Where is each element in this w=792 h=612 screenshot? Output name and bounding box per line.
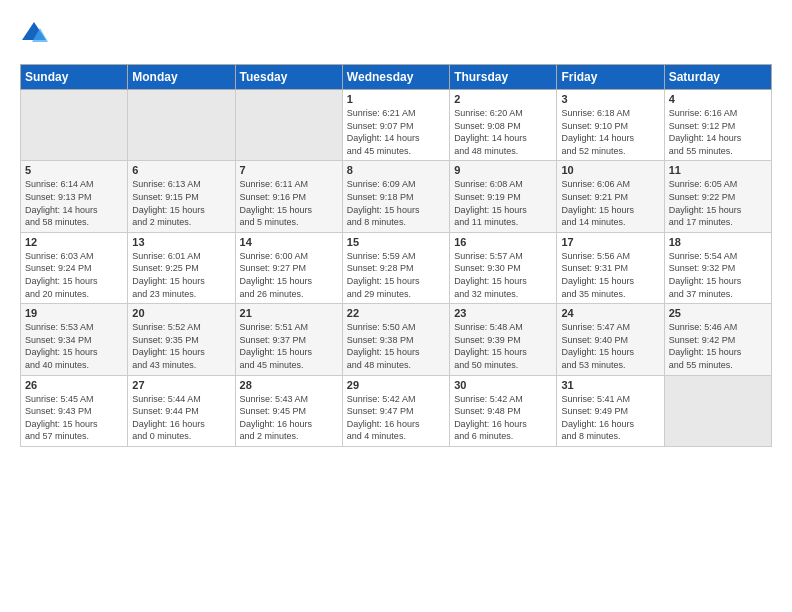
day-info: Sunrise: 5:42 AM Sunset: 9:48 PM Dayligh… (454, 393, 552, 443)
day-cell: 14Sunrise: 6:00 AM Sunset: 9:27 PM Dayli… (235, 232, 342, 303)
day-cell (664, 375, 771, 446)
day-number: 27 (132, 379, 230, 391)
day-number: 2 (454, 93, 552, 105)
day-cell: 16Sunrise: 5:57 AM Sunset: 9:30 PM Dayli… (450, 232, 557, 303)
day-cell: 7Sunrise: 6:11 AM Sunset: 9:16 PM Daylig… (235, 161, 342, 232)
logo (20, 20, 52, 48)
day-info: Sunrise: 5:50 AM Sunset: 9:38 PM Dayligh… (347, 321, 445, 371)
day-info: Sunrise: 6:05 AM Sunset: 9:22 PM Dayligh… (669, 178, 767, 228)
day-info: Sunrise: 6:03 AM Sunset: 9:24 PM Dayligh… (25, 250, 123, 300)
day-cell: 27Sunrise: 5:44 AM Sunset: 9:44 PM Dayli… (128, 375, 235, 446)
day-info: Sunrise: 6:13 AM Sunset: 9:15 PM Dayligh… (132, 178, 230, 228)
day-number: 14 (240, 236, 338, 248)
day-number: 3 (561, 93, 659, 105)
day-info: Sunrise: 6:14 AM Sunset: 9:13 PM Dayligh… (25, 178, 123, 228)
day-info: Sunrise: 5:59 AM Sunset: 9:28 PM Dayligh… (347, 250, 445, 300)
day-number: 7 (240, 164, 338, 176)
col-header-saturday: Saturday (664, 65, 771, 90)
day-cell: 30Sunrise: 5:42 AM Sunset: 9:48 PM Dayli… (450, 375, 557, 446)
day-info: Sunrise: 6:16 AM Sunset: 9:12 PM Dayligh… (669, 107, 767, 157)
day-info: Sunrise: 5:44 AM Sunset: 9:44 PM Dayligh… (132, 393, 230, 443)
week-row-2: 5Sunrise: 6:14 AM Sunset: 9:13 PM Daylig… (21, 161, 772, 232)
day-number: 15 (347, 236, 445, 248)
day-number: 6 (132, 164, 230, 176)
header (20, 20, 772, 48)
day-cell (128, 90, 235, 161)
day-cell: 21Sunrise: 5:51 AM Sunset: 9:37 PM Dayli… (235, 304, 342, 375)
calendar-table: SundayMondayTuesdayWednesdayThursdayFrid… (20, 64, 772, 447)
day-number: 5 (25, 164, 123, 176)
day-info: Sunrise: 6:18 AM Sunset: 9:10 PM Dayligh… (561, 107, 659, 157)
day-cell: 2Sunrise: 6:20 AM Sunset: 9:08 PM Daylig… (450, 90, 557, 161)
week-row-3: 12Sunrise: 6:03 AM Sunset: 9:24 PM Dayli… (21, 232, 772, 303)
day-info: Sunrise: 5:47 AM Sunset: 9:40 PM Dayligh… (561, 321, 659, 371)
day-cell: 9Sunrise: 6:08 AM Sunset: 9:19 PM Daylig… (450, 161, 557, 232)
day-cell (235, 90, 342, 161)
day-cell: 26Sunrise: 5:45 AM Sunset: 9:43 PM Dayli… (21, 375, 128, 446)
logo-icon (20, 20, 48, 48)
day-cell: 22Sunrise: 5:50 AM Sunset: 9:38 PM Dayli… (342, 304, 449, 375)
day-cell: 1Sunrise: 6:21 AM Sunset: 9:07 PM Daylig… (342, 90, 449, 161)
day-info: Sunrise: 6:00 AM Sunset: 9:27 PM Dayligh… (240, 250, 338, 300)
day-cell: 10Sunrise: 6:06 AM Sunset: 9:21 PM Dayli… (557, 161, 664, 232)
day-info: Sunrise: 6:06 AM Sunset: 9:21 PM Dayligh… (561, 178, 659, 228)
day-cell: 6Sunrise: 6:13 AM Sunset: 9:15 PM Daylig… (128, 161, 235, 232)
day-cell: 31Sunrise: 5:41 AM Sunset: 9:49 PM Dayli… (557, 375, 664, 446)
day-info: Sunrise: 5:41 AM Sunset: 9:49 PM Dayligh… (561, 393, 659, 443)
day-cell: 5Sunrise: 6:14 AM Sunset: 9:13 PM Daylig… (21, 161, 128, 232)
day-cell: 28Sunrise: 5:43 AM Sunset: 9:45 PM Dayli… (235, 375, 342, 446)
calendar-page: SundayMondayTuesdayWednesdayThursdayFrid… (0, 0, 792, 457)
col-header-wednesday: Wednesday (342, 65, 449, 90)
day-info: Sunrise: 6:11 AM Sunset: 9:16 PM Dayligh… (240, 178, 338, 228)
day-cell: 24Sunrise: 5:47 AM Sunset: 9:40 PM Dayli… (557, 304, 664, 375)
day-info: Sunrise: 6:21 AM Sunset: 9:07 PM Dayligh… (347, 107, 445, 157)
col-header-thursday: Thursday (450, 65, 557, 90)
day-cell: 11Sunrise: 6:05 AM Sunset: 9:22 PM Dayli… (664, 161, 771, 232)
day-cell: 15Sunrise: 5:59 AM Sunset: 9:28 PM Dayli… (342, 232, 449, 303)
col-header-tuesday: Tuesday (235, 65, 342, 90)
day-info: Sunrise: 5:46 AM Sunset: 9:42 PM Dayligh… (669, 321, 767, 371)
day-number: 10 (561, 164, 659, 176)
day-number: 1 (347, 93, 445, 105)
day-cell: 19Sunrise: 5:53 AM Sunset: 9:34 PM Dayli… (21, 304, 128, 375)
day-info: Sunrise: 5:45 AM Sunset: 9:43 PM Dayligh… (25, 393, 123, 443)
day-number: 18 (669, 236, 767, 248)
day-number: 11 (669, 164, 767, 176)
day-info: Sunrise: 6:09 AM Sunset: 9:18 PM Dayligh… (347, 178, 445, 228)
day-info: Sunrise: 5:56 AM Sunset: 9:31 PM Dayligh… (561, 250, 659, 300)
day-info: Sunrise: 5:48 AM Sunset: 9:39 PM Dayligh… (454, 321, 552, 371)
week-row-1: 1Sunrise: 6:21 AM Sunset: 9:07 PM Daylig… (21, 90, 772, 161)
day-number: 19 (25, 307, 123, 319)
day-cell: 20Sunrise: 5:52 AM Sunset: 9:35 PM Dayli… (128, 304, 235, 375)
day-info: Sunrise: 5:43 AM Sunset: 9:45 PM Dayligh… (240, 393, 338, 443)
day-number: 12 (25, 236, 123, 248)
day-number: 4 (669, 93, 767, 105)
day-number: 31 (561, 379, 659, 391)
day-number: 21 (240, 307, 338, 319)
day-info: Sunrise: 5:42 AM Sunset: 9:47 PM Dayligh… (347, 393, 445, 443)
day-info: Sunrise: 5:51 AM Sunset: 9:37 PM Dayligh… (240, 321, 338, 371)
col-header-monday: Monday (128, 65, 235, 90)
day-cell: 12Sunrise: 6:03 AM Sunset: 9:24 PM Dayli… (21, 232, 128, 303)
day-cell: 4Sunrise: 6:16 AM Sunset: 9:12 PM Daylig… (664, 90, 771, 161)
day-info: Sunrise: 6:08 AM Sunset: 9:19 PM Dayligh… (454, 178, 552, 228)
day-info: Sunrise: 5:57 AM Sunset: 9:30 PM Dayligh… (454, 250, 552, 300)
week-row-4: 19Sunrise: 5:53 AM Sunset: 9:34 PM Dayli… (21, 304, 772, 375)
day-info: Sunrise: 5:53 AM Sunset: 9:34 PM Dayligh… (25, 321, 123, 371)
day-number: 24 (561, 307, 659, 319)
day-cell: 8Sunrise: 6:09 AM Sunset: 9:18 PM Daylig… (342, 161, 449, 232)
day-number: 16 (454, 236, 552, 248)
day-number: 22 (347, 307, 445, 319)
col-header-sunday: Sunday (21, 65, 128, 90)
day-cell: 23Sunrise: 5:48 AM Sunset: 9:39 PM Dayli… (450, 304, 557, 375)
day-number: 13 (132, 236, 230, 248)
day-number: 29 (347, 379, 445, 391)
day-cell: 18Sunrise: 5:54 AM Sunset: 9:32 PM Dayli… (664, 232, 771, 303)
day-number: 17 (561, 236, 659, 248)
day-number: 9 (454, 164, 552, 176)
day-info: Sunrise: 5:52 AM Sunset: 9:35 PM Dayligh… (132, 321, 230, 371)
day-cell: 3Sunrise: 6:18 AM Sunset: 9:10 PM Daylig… (557, 90, 664, 161)
day-info: Sunrise: 6:20 AM Sunset: 9:08 PM Dayligh… (454, 107, 552, 157)
day-number: 25 (669, 307, 767, 319)
day-cell: 25Sunrise: 5:46 AM Sunset: 9:42 PM Dayli… (664, 304, 771, 375)
